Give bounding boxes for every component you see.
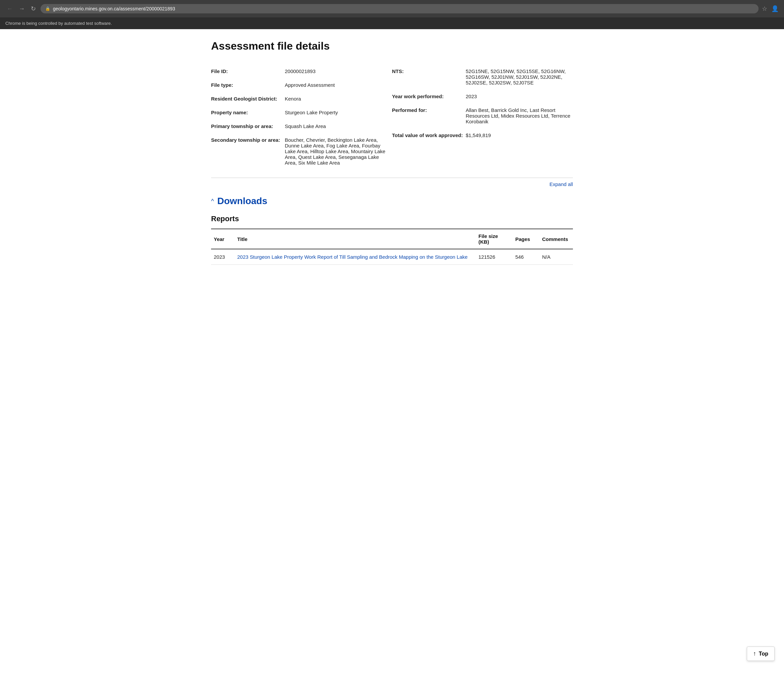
forward-button[interactable]: → bbox=[17, 4, 26, 14]
details-grid: File ID: 20000021893 File type: Approved… bbox=[211, 64, 573, 170]
report-year: 2023 bbox=[211, 249, 235, 265]
back-button[interactable]: ← bbox=[5, 4, 14, 14]
total-value-label: Total value of work approved: bbox=[392, 132, 466, 138]
file-type-row: File type: Approved Assessment bbox=[211, 78, 392, 92]
total-value-value: $1,549,819 bbox=[466, 132, 573, 138]
resident-geologist-label: Resident Geologist District: bbox=[211, 96, 285, 101]
address-bar[interactable]: 🔒 geologyontario.mines.gov.on.ca/assessm… bbox=[40, 4, 759, 13]
report-filesize: 121526 bbox=[476, 249, 513, 265]
performed-for-label: Performed for: bbox=[392, 107, 466, 113]
primary-township-label: Primary township or area: bbox=[211, 123, 285, 129]
downloads-title: Downloads bbox=[217, 196, 267, 207]
browser-chrome: ← → ↻ 🔒 geologyontario.mines.gov.on.ca/a… bbox=[0, 0, 784, 17]
section-controls: Expand all bbox=[211, 177, 573, 190]
file-type-value: Approved Assessment bbox=[285, 82, 392, 88]
total-value-row: Total value of work approved: $1,549,819 bbox=[392, 128, 573, 142]
file-type-label: File type: bbox=[211, 82, 285, 88]
reports-section: Reports Year Title File size (KB) Pages … bbox=[211, 215, 573, 265]
automated-notice: Chrome is being controlled by automated … bbox=[0, 17, 784, 29]
performed-for-row: Performed for: Allan Best, Barrick Gold … bbox=[392, 103, 573, 128]
resident-geologist-row: Resident Geologist District: Kenora bbox=[211, 92, 392, 106]
profile-button[interactable]: 👤 bbox=[771, 5, 779, 12]
reload-button[interactable]: ↻ bbox=[30, 4, 37, 14]
reports-title: Reports bbox=[211, 215, 573, 223]
file-id-row: File ID: 20000021893 bbox=[211, 64, 392, 78]
details-right-column: NTS: 52G15NE, 52G15NW, 52G15SE, 52G16NW,… bbox=[392, 64, 573, 170]
col-filesize-header: File size (KB) bbox=[476, 229, 513, 249]
report-comments: N/A bbox=[540, 249, 573, 265]
report-pages: 546 bbox=[513, 249, 540, 265]
reports-table-header-row: Year Title File size (KB) Pages Comments bbox=[211, 229, 573, 249]
browser-icons: ☆ 👤 bbox=[762, 5, 779, 12]
downloads-section: ^ Downloads Reports Year Title File size… bbox=[211, 196, 573, 265]
secondary-township-row: Secondary township or area: Boucher, Che… bbox=[211, 133, 392, 170]
file-id-value: 20000021893 bbox=[285, 68, 392, 74]
property-name-value: Sturgeon Lake Property bbox=[285, 110, 392, 115]
nts-value: 52G15NE, 52G15NW, 52G15SE, 52G16NW, 52G1… bbox=[466, 68, 573, 86]
nts-label: NTS: bbox=[392, 68, 466, 74]
col-year-header: Year bbox=[211, 229, 235, 249]
page-content: Assessment file details File ID: 2000002… bbox=[198, 29, 586, 296]
table-row: 2023 2023 Sturgeon Lake Property Work Re… bbox=[211, 249, 573, 265]
collapse-downloads-icon[interactable]: ^ bbox=[211, 198, 214, 205]
year-work-row: Year work performed: 2023 bbox=[392, 89, 573, 103]
lock-icon: 🔒 bbox=[45, 6, 50, 11]
bookmark-button[interactable]: ☆ bbox=[762, 5, 767, 12]
report-title[interactable]: 2023 Sturgeon Lake Property Work Report … bbox=[235, 249, 476, 265]
year-work-value: 2023 bbox=[466, 93, 573, 99]
page-title: Assessment file details bbox=[211, 40, 573, 52]
performed-for-value: Allan Best, Barrick Gold Inc, Last Resor… bbox=[466, 107, 573, 125]
expand-all-button[interactable]: Expand all bbox=[549, 181, 573, 187]
primary-township-row: Primary township or area: Squash Lake Ar… bbox=[211, 119, 392, 133]
url-text: geologyontario.mines.gov.on.ca/assessmen… bbox=[53, 6, 175, 11]
resident-geologist-value: Kenora bbox=[285, 96, 392, 101]
file-id-label: File ID: bbox=[211, 68, 285, 74]
reports-table: Year Title File size (KB) Pages Comments… bbox=[211, 229, 573, 265]
col-title-header: Title bbox=[235, 229, 476, 249]
report-title-link[interactable]: 2023 Sturgeon Lake Property Work Report … bbox=[237, 254, 468, 260]
nts-row: NTS: 52G15NE, 52G15NW, 52G15SE, 52G16NW,… bbox=[392, 64, 573, 89]
downloads-header: ^ Downloads bbox=[211, 196, 573, 207]
property-name-label: Property name: bbox=[211, 110, 285, 115]
secondary-township-label: Secondary township or area: bbox=[211, 137, 285, 143]
col-comments-header: Comments bbox=[540, 229, 573, 249]
year-work-label: Year work performed: bbox=[392, 93, 466, 99]
secondary-township-value: Boucher, Chevrier, Beckington Lake Area,… bbox=[285, 137, 392, 166]
col-pages-header: Pages bbox=[513, 229, 540, 249]
primary-township-value: Squash Lake Area bbox=[285, 123, 392, 129]
property-name-row: Property name: Sturgeon Lake Property bbox=[211, 106, 392, 119]
details-left-column: File ID: 20000021893 File type: Approved… bbox=[211, 64, 392, 170]
